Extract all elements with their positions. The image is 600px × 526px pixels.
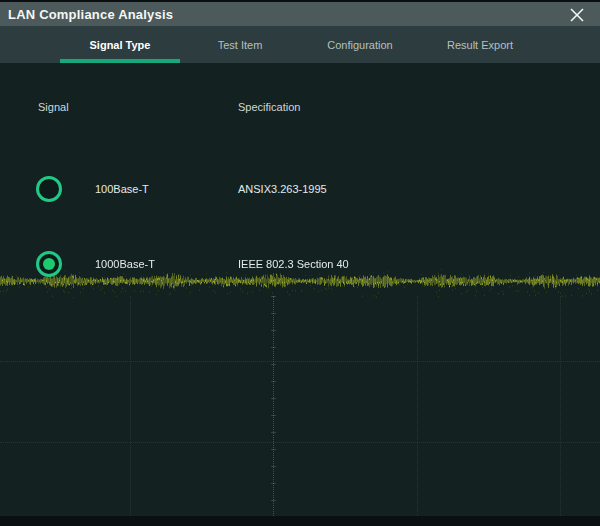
signal-column-header: Signal	[38, 101, 69, 113]
lan-compliance-dialog: LAN Compliance Analysis Signal Type Test…	[0, 0, 600, 526]
tab-test-item[interactable]: Test Item	[180, 26, 300, 63]
specification-label: ANSIX3.263-1995	[238, 183, 327, 195]
tab-label: Configuration	[327, 39, 392, 51]
tab-label: Signal Type	[90, 39, 151, 51]
grid-hline	[0, 361, 600, 362]
close-button[interactable]	[560, 5, 594, 25]
tab-configuration[interactable]: Configuration	[300, 26, 420, 63]
active-tab-underline	[60, 59, 180, 63]
tab-result-export[interactable]: Result Export	[420, 26, 540, 63]
grid-hline	[0, 442, 600, 443]
radio-100base-t[interactable]	[36, 176, 62, 202]
close-icon	[569, 7, 585, 23]
tab-signal-type[interactable]: Signal Type	[60, 26, 180, 63]
grid-vline	[130, 296, 131, 516]
grid-vline	[560, 296, 561, 516]
signal-label: 1000Base-T	[95, 258, 155, 270]
specification-label: IEEE 802.3 Section 40	[238, 258, 349, 270]
specification-column-header: Specification	[238, 101, 300, 113]
dialog-titlebar: LAN Compliance Analysis	[0, 0, 600, 26]
radio-1000base-t[interactable]	[36, 251, 62, 277]
tab-strip: Signal Type Test Item Configuration Resu…	[60, 26, 540, 63]
tab-label: Result Export	[447, 39, 513, 51]
dialog-tabbar: Signal Type Test Item Configuration Resu…	[0, 26, 600, 63]
radio-dot	[43, 258, 55, 270]
grid-center-ticks	[271, 296, 276, 516]
tab-label: Test Item	[218, 39, 263, 51]
dialog-title: LAN Compliance Analysis	[8, 7, 173, 22]
grid-vline	[417, 296, 418, 516]
bottom-bar	[0, 516, 600, 526]
signal-label: 100Base-T	[95, 183, 149, 195]
